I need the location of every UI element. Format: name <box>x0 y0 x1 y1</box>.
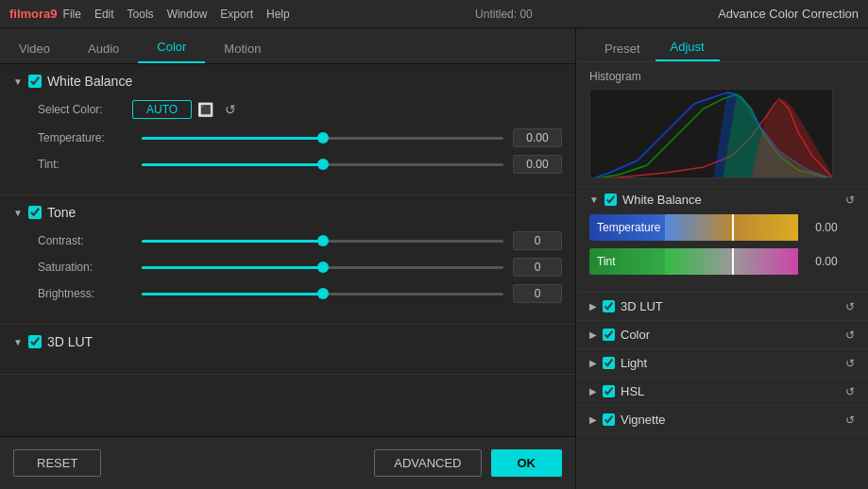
lut-checkbox[interactable] <box>28 335 42 348</box>
vignette-item-label: Vignette <box>621 413 840 427</box>
menu-help[interactable]: Help <box>266 8 290 21</box>
white-balance-header[interactable]: ▼ White Balance <box>13 74 562 89</box>
menu-export[interactable]: Export <box>220 8 253 21</box>
light-item-checkbox[interactable] <box>603 357 615 369</box>
svg-marker-2 <box>751 99 833 178</box>
saturation-label: Saturation: <box>38 261 132 274</box>
advanced-button[interactable]: ADVANCED <box>374 449 481 477</box>
tint-value-right[interactable]: 0.00 <box>798 248 855 275</box>
right-item-light[interactable]: ▶ Light ↺ <box>576 349 868 378</box>
histogram-svg <box>590 90 833 178</box>
lut-item-checkbox[interactable] <box>603 300 615 312</box>
contrast-track[interactable] <box>142 240 503 243</box>
menu-window[interactable]: Window <box>167 8 208 21</box>
tint-gradient[interactable] <box>665 248 798 275</box>
window-title: Untitled: 00 <box>290 8 718 21</box>
right-tab-bar: Preset Adjust <box>576 28 868 62</box>
tone-checkbox[interactable] <box>28 206 42 219</box>
right-wb-chevron: ▼ <box>589 194 599 205</box>
temperature-label-box: Temperature <box>589 214 665 241</box>
left-panel: Video Audio Color Motion ▼ White Balance… <box>0 28 576 489</box>
main-layout: Video Audio Color Motion ▼ White Balance… <box>0 28 868 489</box>
right-wb-checkbox[interactable] <box>604 194 617 206</box>
right-item-color[interactable]: ▶ Color ↺ <box>576 321 868 349</box>
reset-wb-icon[interactable]: ↺ <box>219 100 242 119</box>
white-balance-toggle: ▼ <box>13 76 23 87</box>
tab-preset[interactable]: Preset <box>589 36 655 61</box>
temperature-value[interactable] <box>513 128 562 147</box>
color-item-checkbox[interactable] <box>603 329 615 341</box>
lut-section: ▼ 3D LUT <box>0 325 575 375</box>
temperature-gradient[interactable] <box>665 214 798 241</box>
histogram-container: Histogram <box>576 62 868 187</box>
tint-thumb[interactable] <box>732 248 734 275</box>
menu-file[interactable]: File <box>63 8 81 21</box>
right-panel: Preset Adjust Histogram <box>576 28 868 489</box>
right-white-balance-header[interactable]: ▼ White Balance ↺ <box>589 193 855 207</box>
contrast-row: Contrast: <box>13 231 562 250</box>
tone-section: ▼ Tone Contrast: Saturation: <box>0 195 575 325</box>
brightness-label: Brightness: <box>38 287 132 300</box>
contrast-label: Contrast: <box>38 234 132 247</box>
saturation-track[interactable] <box>142 266 503 269</box>
select-color-row: Select Color: AUTO 🔳 ↺ <box>13 100 562 119</box>
white-balance-section: ▼ White Balance Select Color: AUTO 🔳 ↺ T… <box>0 64 575 195</box>
color-chevron-icon: ▶ <box>589 329 597 340</box>
tone-header[interactable]: ▼ Tone <box>13 205 562 220</box>
contrast-value[interactable] <box>513 231 562 250</box>
right-tint-bar[interactable]: Tint 0.00 <box>589 248 855 275</box>
temperature-value-right[interactable]: 0.00 <box>798 214 855 241</box>
hsl-chevron-icon: ▶ <box>589 386 597 396</box>
app-logo: filmora9 <box>9 7 58 21</box>
reset-button[interactable]: RESET <box>13 449 101 477</box>
tint-value[interactable] <box>513 155 562 174</box>
temperature-thumb[interactable] <box>732 214 734 241</box>
auto-button[interactable]: AUTO <box>132 100 192 119</box>
saturation-value[interactable] <box>513 258 562 277</box>
brightness-row: Brightness: <box>13 284 562 303</box>
right-temperature-bar[interactable]: Temperature 0.00 <box>589 214 855 241</box>
wb-sliders: Temperature 0.00 <box>589 207 855 286</box>
select-color-label: Select Color: <box>38 103 132 116</box>
left-content: ▼ White Balance Select Color: AUTO 🔳 ↺ T… <box>0 64 575 436</box>
tint-label-box: Tint <box>589 248 665 275</box>
saturation-row: Saturation: <box>13 258 562 277</box>
light-item-reset[interactable]: ↺ <box>845 357 855 370</box>
temperature-track[interactable] <box>142 137 503 140</box>
color-item-reset[interactable]: ↺ <box>845 329 855 342</box>
tab-motion[interactable]: Motion <box>205 34 280 63</box>
light-item-label: Light <box>621 356 840 370</box>
vignette-item-reset[interactable]: ↺ <box>845 413 855 427</box>
temperature-label: Temperature: <box>38 131 132 144</box>
right-item-3dlut[interactable]: ▶ 3D LUT ↺ <box>576 293 868 321</box>
lut-item-reset[interactable]: ↺ <box>845 300 855 313</box>
right-wb-title: White Balance <box>622 193 840 207</box>
title-bar: filmora9 File Edit Tools Window Export H… <box>0 0 868 28</box>
right-buttons: ADVANCED OK <box>374 449 562 477</box>
right-item-hsl[interactable]: ▶ HSL ↺ <box>576 378 868 406</box>
lut-header[interactable]: ▼ 3D LUT <box>13 334 562 349</box>
hsl-item-reset[interactable]: ↺ <box>845 385 855 398</box>
menu-tools[interactable]: Tools <box>128 8 154 21</box>
tint-row: Tint: <box>13 155 562 174</box>
eyedropper-icon[interactable]: 🔳 <box>192 100 219 119</box>
white-balance-checkbox[interactable] <box>28 75 42 88</box>
right-wb-reset[interactable]: ↺ <box>845 194 855 207</box>
right-item-vignette[interactable]: ▶ Vignette ↺ <box>576 406 868 434</box>
brightness-track[interactable] <box>142 293 503 295</box>
bottom-bar: RESET ADVANCED OK <box>0 436 575 489</box>
tab-adjust[interactable]: Adjust <box>655 34 720 61</box>
tone-toggle: ▼ <box>13 208 23 218</box>
brightness-value[interactable] <box>513 284 562 303</box>
tab-color[interactable]: Color <box>138 32 205 63</box>
vignette-item-checkbox[interactable] <box>603 413 615 426</box>
tab-bar: Video Audio Color Motion <box>0 28 575 64</box>
menu-items: File Edit Tools Window Export Help <box>63 8 290 21</box>
ok-button[interactable]: OK <box>491 449 563 477</box>
menu-edit[interactable]: Edit <box>94 8 114 21</box>
tab-audio[interactable]: Audio <box>69 34 138 63</box>
tint-track[interactable] <box>142 163 503 166</box>
tab-video[interactable]: Video <box>0 34 69 63</box>
histogram-label: Histogram <box>589 70 855 83</box>
hsl-item-checkbox[interactable] <box>603 385 615 397</box>
